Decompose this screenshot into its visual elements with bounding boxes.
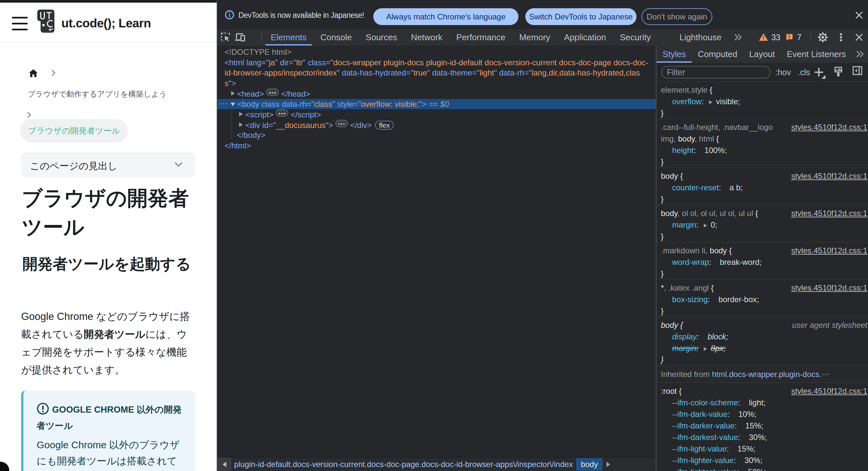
more-sidebar-tabs-icon[interactable] [855, 50, 865, 58]
inherited-element-link[interactable]: html [712, 370, 727, 379]
css-property[interactable]: box-sizing:border-box; [657, 293, 868, 305]
css-selector[interactable]: body { [657, 319, 868, 331]
css-property[interactable]: margin:0; [657, 219, 868, 230]
css-rule-section: styles.4510f12d.css:1*, .katex .angl {bo… [657, 280, 868, 317]
css-property[interactable]: counter-reset:a b; [657, 182, 868, 193]
expand-value-icon[interactable] [709, 100, 712, 104]
expand-value-icon[interactable] [704, 347, 707, 351]
breadcrumb-scroll-right-icon[interactable] [607, 462, 610, 467]
expand-arrow-icon[interactable] [236, 120, 246, 130]
expand-value-icon[interactable] [704, 224, 707, 228]
collapse-arrow-icon[interactable] [228, 99, 238, 109]
css-property[interactable]: display:block; [657, 331, 868, 342]
css-property[interactable]: word-wrap:break-word; [657, 256, 868, 268]
tab-lighthouse[interactable]: Lighthouse [673, 29, 728, 45]
tab-security[interactable]: Security [613, 29, 658, 45]
dom-tree-row[interactable]: s"> [217, 78, 656, 89]
dont-show-again-button[interactable]: Don't show again [642, 8, 712, 25]
tab-memory[interactable]: Memory [512, 29, 557, 45]
expand-arrow-icon[interactable] [227, 88, 238, 99]
expand-arrow-icon[interactable] [236, 109, 246, 119]
warnings-badge[interactable]: 33 [759, 33, 781, 42]
toggle-element-state-button[interactable]: :hov [775, 65, 791, 80]
dom-node-text: id-browser-apps/inspector/index" data-ha… [225, 68, 640, 78]
inspect-element-icon[interactable] [218, 30, 233, 44]
row-menu-icon[interactable]: ⋯ [219, 99, 228, 109]
css-property[interactable]: --ifm-darkest-value:30%; [657, 432, 868, 443]
tab-performance[interactable]: Performance [450, 29, 513, 45]
css-selector[interactable]: element.style { [657, 84, 868, 96]
dom-tree-row[interactable]: <html lang="ja" dir="ltr" class="docs-wr… [217, 57, 656, 68]
dom-node-text: <script></script> [245, 109, 321, 120]
css-selector[interactable]: :root { [657, 385, 868, 397]
settings-gear-icon[interactable] [814, 30, 832, 44]
dom-tree-row[interactable]: <!DOCTYPE html> [217, 47, 656, 57]
dom-tree-row[interactable]: </html> [217, 140, 656, 151]
css-property[interactable]: --ifm-dark-value:10%; [657, 408, 868, 420]
tab-event-listeners[interactable]: Event Listeners [781, 45, 852, 63]
css-property[interactable]: --ifm-light-value:15%; [657, 443, 868, 454]
closing-brace: } [657, 268, 868, 279]
always-match-language-button[interactable]: Always match Chrome's language [373, 8, 519, 25]
computed-sidebar-toggle-icon[interactable] [852, 65, 866, 80]
closing-brace: } [657, 305, 868, 317]
css-property[interactable]: --ifm-lightest-value:50%; [657, 466, 868, 471]
breadcrumb-current[interactable]: ブラウザの開発者ツール [20, 119, 128, 143]
styles-filter-input[interactable]: Filter [661, 66, 771, 78]
page-title: ブラウザの開発者ツール [22, 184, 200, 242]
css-property[interactable]: --ifm-lighter-value:30%; [657, 454, 868, 466]
tab-application[interactable]: Application [557, 29, 613, 45]
dom-breadcrumb-html[interactable]: plugin-id-default.docs-version-current.d… [234, 460, 573, 469]
css-selector[interactable]: body { [657, 170, 868, 182]
dom-tree-row[interactable]: </body> [217, 130, 656, 140]
toc-collapsible[interactable]: このページの見出し [21, 152, 195, 177]
css-selector[interactable]: body, ol ol, ol ul, ul ol, ul ul { [657, 208, 868, 219]
utcode-logo[interactable] [37, 9, 54, 33]
tab-network[interactable]: Network [404, 29, 449, 45]
home-icon[interactable] [28, 68, 38, 78]
tab-computed[interactable]: Computed [692, 45, 743, 63]
dom-breadcrumb-body[interactable]: body [576, 458, 602, 471]
dom-tree-row[interactable]: <head></head> [217, 88, 656, 99]
css-selector[interactable]: .markdown li, body { [657, 245, 868, 256]
switch-devtools-japanese-button[interactable]: Switch DevTools to Japanese [525, 8, 637, 25]
tab-console[interactable]: Console [313, 29, 359, 45]
css-property[interactable]: --ifm-color-scheme:light; [657, 397, 868, 408]
tab-sources[interactable]: Sources [359, 29, 404, 45]
css-property[interactable]: overflow:visible; [657, 96, 868, 107]
close-devtools-icon[interactable] [850, 30, 868, 44]
site-title[interactable]: ut.code(); Learn [61, 17, 151, 30]
tab-layout[interactable]: Layout [743, 45, 781, 63]
dom-tree-row[interactable]: <div id="__docusaurus"></div>flex [217, 120, 656, 130]
info-admonition: GOOGLE CHROME 以外の開発者ツール Google Chrome 以外… [21, 390, 195, 471]
expand-ellipsis-button[interactable] [335, 120, 348, 127]
rendering-emulations-icon[interactable] [833, 65, 847, 80]
flex-adorner-badge[interactable]: flex [375, 121, 394, 130]
hamburger-menu-icon[interactable] [12, 17, 28, 31]
kebab-menu-icon[interactable] [832, 30, 850, 44]
dom-tree-row[interactable]: ⋯<body class data-rh="class" style="over… [217, 99, 656, 109]
css-property[interactable]: height:100%; [657, 145, 868, 156]
expand-ellipsis-button[interactable] [276, 109, 288, 117]
tab-styles[interactable]: Styles [657, 45, 692, 63]
css-selector[interactable]: *, .katex .angl { [657, 282, 868, 293]
css-property[interactable]: margin:8px; [657, 342, 868, 354]
new-style-rule-button[interactable] [812, 65, 826, 80]
element-classes-button[interactable]: .cls [798, 65, 810, 80]
device-toolbar-icon[interactable] [233, 30, 247, 44]
issues-badge[interactable]: 7 [785, 33, 801, 42]
css-rule-section: styles.4510f12d.css:1body, ol ol, ol ul,… [657, 205, 868, 243]
css-selector[interactable]: .card--full-height, .navbar__logoimg, bo… [657, 121, 868, 145]
close-icon[interactable] [854, 10, 864, 20]
dom-node-text: s"> [225, 78, 236, 89]
expand-ellipsis-button[interactable] [266, 88, 279, 96]
dom-tree-row[interactable]: <script></script> [217, 109, 656, 120]
breadcrumb-scroll-left-button[interactable] [217, 458, 231, 471]
more-tabs-icon[interactable] [733, 33, 743, 41]
breadcrumb-section[interactable]: ブラウザで動作するアプリを構築しよう [28, 89, 167, 99]
corner-widget[interactable] [0, 462, 9, 471]
elements-panel: <!DOCTYPE html><html lang="ja" dir="ltr"… [217, 45, 656, 457]
dom-tree-row[interactable]: id-browser-apps/inspector/index" data-ha… [217, 68, 656, 78]
css-property[interactable]: --ifm-darker-value:15%; [657, 420, 868, 432]
tab-elements[interactable]: Elements [264, 29, 313, 45]
